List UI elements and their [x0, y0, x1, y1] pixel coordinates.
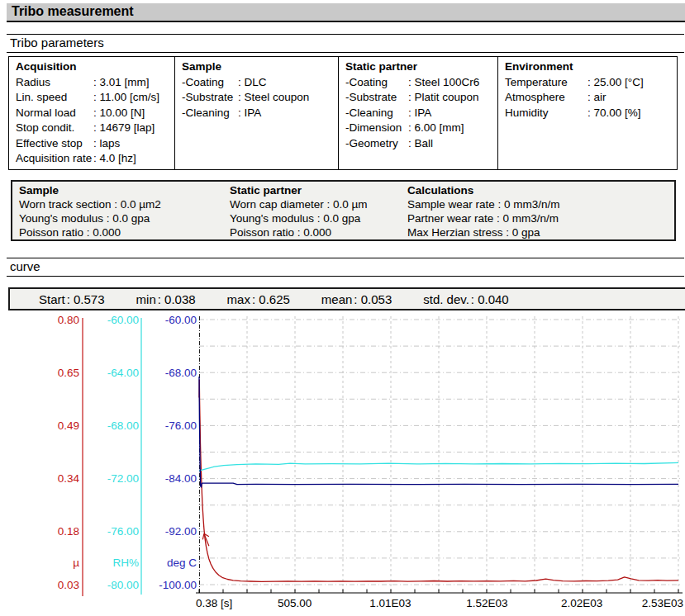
result-row: Max Herzian stress : 0 gpa: [407, 225, 671, 239]
acquisition-group: Acquisition Radius: 3.01 [mm] Lin. speed…: [9, 57, 174, 169]
results-box: Sample Worn track section : 0.0 µm2 Youn…: [11, 180, 676, 241]
tribo-measurement-report: Tribo measurement Tribo parameters Acqui…: [0, 0, 685, 616]
heading-tribo-parameters: Tribo parameters: [7, 34, 684, 53]
axis-tick-label: 0.80: [58, 314, 79, 326]
param-row: -Cleaning: IPA: [345, 106, 492, 121]
param-row: Acquisition rate: 4.0 [hz]: [16, 151, 169, 167]
stat-mean: mean: 0.053: [321, 292, 392, 306]
stat-min: min: 0.038: [136, 292, 196, 306]
param-row: -Substrate: Platit coupon: [345, 90, 492, 106]
param-row: -Substrate: Steel coupon: [182, 90, 333, 106]
param-row: Temperature: 25.00 [°C]: [505, 75, 672, 91]
page-title: Tribo measurement: [7, 3, 685, 22]
param-row: Atmosphere: air: [505, 90, 672, 106]
result-row: Poisson ratio : 0.000: [19, 225, 220, 239]
axis-tick-label: -92.00: [165, 525, 197, 538]
curve-stats-bar: Start: 0.573 min: 0.038 max: 0.625 mean:…: [8, 287, 685, 310]
parameters-box: Acquisition Radius: 3.01 [mm] Lin. speed…: [8, 56, 678, 170]
result-row: Sample wear rate : 0 mm3/n/m: [407, 197, 671, 211]
group-title: Static partner: [230, 183, 397, 197]
group-title: Static partner: [345, 59, 492, 75]
axis-tick-label: 0.65: [58, 367, 79, 379]
x-axis-tick-label: 2.02E03: [561, 597, 602, 609]
y-axis-unit-label: µ: [73, 557, 79, 569]
axis-tick-label: 0.18: [58, 525, 79, 538]
group-title: Acquisition: [16, 59, 169, 75]
x-axis-tick-label: 0.38 [s]: [196, 597, 232, 609]
sample-results-group: Sample Worn track section : 0.0 µm2 Youn…: [12, 182, 223, 239]
result-row: Worn cap diameter : 0.0 µm: [230, 197, 397, 211]
param-row: -Cleaning: IPA: [182, 106, 333, 121]
x-axis-tick-label: 1.01E03: [369, 597, 411, 609]
y-axis-unit-label: RH%: [112, 557, 139, 569]
axis-tick-label: -100.00: [159, 579, 197, 591]
sample-group: Sample -Coating: DLC -Substrate: Steel c…: [174, 57, 338, 169]
group-title: Sample: [19, 183, 220, 197]
axis-tick-label: -68.00: [107, 419, 139, 432]
param-row: -Coating: Steel 100Cr6: [345, 75, 492, 91]
axis-tick-label: -60.00: [107, 314, 139, 326]
calculations-group: Calculations Sample wear rate : 0 mm3/n/…: [401, 182, 674, 239]
axis-tick-label: 0.03: [58, 579, 79, 591]
param-row: Effective stop: laps: [16, 136, 169, 152]
param-row: Lin. speed: 11.00 [cm/s]: [16, 90, 169, 106]
page-title-text: Tribo measurement: [12, 4, 134, 18]
result-row: Young's modulus : 0.0 gpa: [230, 211, 397, 225]
axis-tick-label: -76.00: [165, 419, 197, 432]
x-axis-tick-label: 2.53E03: [642, 597, 683, 609]
y-axis-unit-label: deg C: [167, 557, 197, 569]
static-partner-group: Static partner -Coating: Steel 100Cr6 -S…: [338, 57, 497, 169]
group-title: Environment: [505, 59, 672, 75]
axis-tick-label: 0.49: [58, 419, 79, 432]
group-title: Calculations: [407, 183, 671, 197]
tribo-curve-chart: 0.800.650.490.340.180.03µ-60.00-64.00-68…: [0, 312, 685, 616]
result-row: Partner wear rate : 0 mm3/n/m: [407, 211, 671, 225]
param-row: -Dimension: 6.00 [mm]: [345, 121, 492, 136]
axis-tick-label: -60.00: [165, 314, 197, 326]
group-title: Sample: [182, 59, 333, 75]
axis-tick-label: -72.00: [107, 472, 139, 485]
axis-tick-label: -80.00: [107, 579, 139, 591]
axis-tick-label: -76.00: [107, 525, 139, 538]
stat-start: Start: 0.573: [39, 292, 105, 306]
result-row: Young's modulus : 0.0 gpa: [19, 211, 220, 225]
axis-tick-label: -68.00: [165, 367, 197, 379]
axis-tick-label: 0.34: [58, 472, 80, 485]
param-row: Radius: 3.01 [mm]: [16, 75, 169, 91]
environment-group: Environment Temperature: 25.00 [°C] Atmo…: [497, 57, 677, 169]
axis-tick-label: -64.00: [107, 367, 139, 379]
x-axis-tick-label: 1.52E03: [466, 597, 507, 609]
static-partner-results-group: Static partner Worn cap diameter : 0.0 µ…: [223, 182, 401, 239]
result-row: Poisson ratio : 0.000: [230, 225, 397, 239]
param-row: Humidity: 70.00 [%]: [505, 106, 672, 121]
stat-max: max: 0.625: [227, 292, 290, 306]
param-row: -Coating: DLC: [182, 75, 333, 91]
param-row: Normal load: 10.00 [N]: [16, 106, 169, 121]
result-row: Worn track section : 0.0 µm2: [19, 197, 220, 211]
heading-curve: curve: [7, 258, 684, 277]
stat-std-dev: std. dev.: 0.040: [423, 292, 508, 306]
param-row: Stop condit.: 14679 [lap]: [16, 121, 169, 136]
param-row: -Geometry: Ball: [345, 136, 492, 152]
axis-tick-label: -84.00: [165, 472, 197, 485]
x-axis-tick-label: 505.00: [278, 597, 312, 609]
